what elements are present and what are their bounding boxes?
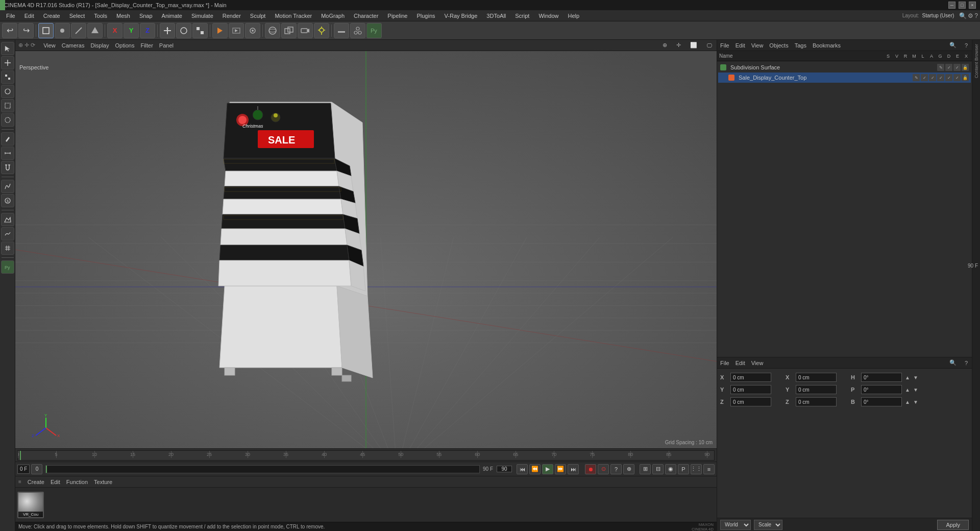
scale-tool-left[interactable]: [1, 70, 14, 84]
mat-menu-texture[interactable]: Texture: [94, 479, 112, 485]
menu-render[interactable]: Render: [218, 12, 245, 20]
object-row-sale-display[interactable]: Sale_Display_Counter_Top ✎ ✓ ✓ ✓ ✓ ✓ 🔒: [718, 73, 971, 83]
rotate-tool-left[interactable]: [1, 85, 14, 98]
material-vr-cou[interactable]: VR_Cou: [17, 492, 44, 518]
menu-select[interactable]: Select: [65, 12, 89, 20]
om-menu-bookmarks[interactable]: Bookmarks: [813, 42, 841, 49]
b-spin-down[interactable]: ▼: [913, 399, 918, 405]
cursor-tool[interactable]: [1, 42, 14, 55]
goto-end-button[interactable]: ⏭: [568, 464, 579, 474]
frame-field-btn[interactable]: [31, 464, 42, 474]
play-button[interactable]: ▶: [542, 464, 553, 474]
menu-help[interactable]: Help: [564, 12, 584, 20]
om-menu-objects[interactable]: Objects: [769, 42, 788, 49]
om-menu-view[interactable]: View: [751, 42, 764, 49]
menu-vray-bridge[interactable]: V-Ray Bridge: [440, 12, 482, 20]
menu-pipeline[interactable]: Pipeline: [383, 12, 411, 20]
render-settings-button[interactable]: [245, 23, 260, 38]
viewport[interactable]: ⊕ ✛ ⟳ View Cameras Display Options Filte…: [15, 40, 717, 448]
maximize-button[interactable]: □: [959, 2, 966, 9]
attr-input-h[interactable]: [861, 373, 902, 382]
om-menu-file[interactable]: File: [720, 42, 729, 49]
model-mode-button[interactable]: [38, 23, 54, 38]
attr-input-x[interactable]: [730, 373, 771, 382]
frame-input[interactable]: [29, 466, 44, 472]
end-frame-field[interactable]: [497, 466, 512, 472]
vp-menu-filter[interactable]: Filter: [140, 42, 153, 49]
cube-tool-button[interactable]: [281, 23, 297, 38]
vp-menu-options[interactable]: Options: [115, 42, 134, 49]
x-axis-button[interactable]: X: [107, 23, 122, 38]
menu-file[interactable]: File: [2, 12, 19, 20]
attr-input-p[interactable]: [861, 385, 902, 394]
vp-icon-2[interactable]: ✛: [676, 42, 681, 49]
auto-key-button[interactable]: ⊙: [598, 464, 609, 474]
am-icon-1[interactable]: 🔍: [949, 359, 957, 366]
sculpt-tool[interactable]: [1, 227, 14, 240]
h-spin-down[interactable]: ▼: [913, 375, 918, 380]
object-row-subdivision[interactable]: Subdivision Surface ✎ ✓ ✓ 🔒: [718, 62, 971, 73]
vp-icon-3[interactable]: ⬜: [690, 42, 697, 49]
menu-edit[interactable]: Edit: [20, 12, 38, 20]
attr-input-z2[interactable]: [796, 397, 837, 406]
om-menu-tags[interactable]: Tags: [795, 42, 806, 49]
b-spin-up[interactable]: ▲: [905, 399, 910, 405]
obj-sale-icon-1[interactable]: ✎: [913, 74, 920, 81]
obj-sale-icon-3[interactable]: ✓: [929, 74, 936, 81]
polygon-mode-button[interactable]: [87, 23, 103, 38]
obj-sale-icon-4[interactable]: ✓: [937, 74, 944, 81]
menu-motion-tracker[interactable]: Motion Tracker: [271, 12, 316, 20]
select-tool[interactable]: [1, 99, 14, 112]
scale-tool-button[interactable]: [192, 23, 208, 38]
camera-tool-button[interactable]: [298, 23, 313, 38]
menu-mograph[interactable]: MoGraph: [317, 12, 349, 20]
render-to-pic-button[interactable]: [229, 23, 244, 38]
vp-menu-view[interactable]: View: [43, 42, 56, 49]
menu-mesh[interactable]: Mesh: [112, 12, 134, 20]
obj-sale-icon-6[interactable]: ✓: [953, 74, 961, 81]
material-tool[interactable]: $: [1, 194, 14, 207]
y-axis-button[interactable]: Y: [124, 23, 139, 38]
python-tool-button[interactable]: Py: [366, 23, 382, 38]
live-select-tool[interactable]: [1, 113, 14, 127]
obj-icon-vis2[interactable]: ✓: [953, 64, 961, 71]
menu-create[interactable]: Create: [39, 12, 64, 20]
am-menu-edit[interactable]: Edit: [736, 360, 745, 366]
vp-menu-cameras[interactable]: Cameras: [62, 42, 85, 49]
key-mode-button[interactable]: ⊕: [623, 464, 634, 474]
attr-input-y2[interactable]: [796, 385, 837, 394]
menu-snap[interactable]: Snap: [135, 12, 157, 20]
prev-frame-button[interactable]: ⏪: [529, 464, 541, 474]
timeline-toggle-4[interactable]: P: [678, 464, 689, 474]
cloner-tool-button[interactable]: [350, 23, 365, 38]
record-button[interactable]: ⏺: [585, 464, 596, 474]
content-browser-tab[interactable]: Content Browser: [973, 41, 980, 81]
vp-menu-display[interactable]: Display: [90, 42, 109, 49]
spline-tool[interactable]: [1, 180, 14, 193]
menu-3dtoall[interactable]: 3DToAll: [482, 12, 510, 20]
undo-button[interactable]: ↩: [2, 23, 17, 38]
menu-script[interactable]: Script: [511, 12, 533, 20]
vp-icon-1[interactable]: ⊕: [663, 42, 667, 49]
menu-character[interactable]: Character: [350, 12, 382, 20]
edge-mode-button[interactable]: [71, 23, 86, 38]
magnet-tool[interactable]: [1, 161, 14, 174]
am-menu-file[interactable]: File: [720, 360, 729, 366]
minimize-button[interactable]: ─: [948, 2, 955, 9]
timeline-toggle-6[interactable]: ≡: [703, 464, 715, 474]
sphere-tool-button[interactable]: [265, 23, 280, 38]
goto-start-button[interactable]: ⏮: [517, 464, 528, 474]
redo-button[interactable]: ↪: [18, 23, 34, 38]
key-settings-button[interactable]: ?: [610, 464, 622, 474]
om-menu-edit[interactable]: Edit: [736, 42, 745, 49]
apply-button[interactable]: Apply: [937, 520, 969, 530]
floor-tool-button[interactable]: [334, 23, 349, 38]
obj-sale-icon-5[interactable]: ✓: [945, 74, 952, 81]
obj-icon-vis1[interactable]: ✓: [945, 64, 952, 71]
mat-menu-function[interactable]: Function: [66, 479, 88, 485]
z-axis-button[interactable]: Z: [140, 23, 155, 38]
mat-menu-create[interactable]: Create: [28, 479, 44, 485]
python-icon-tool[interactable]: Py: [1, 260, 14, 274]
menu-sculpt[interactable]: Sculpt: [246, 12, 270, 20]
measure-tool[interactable]: [1, 147, 14, 160]
